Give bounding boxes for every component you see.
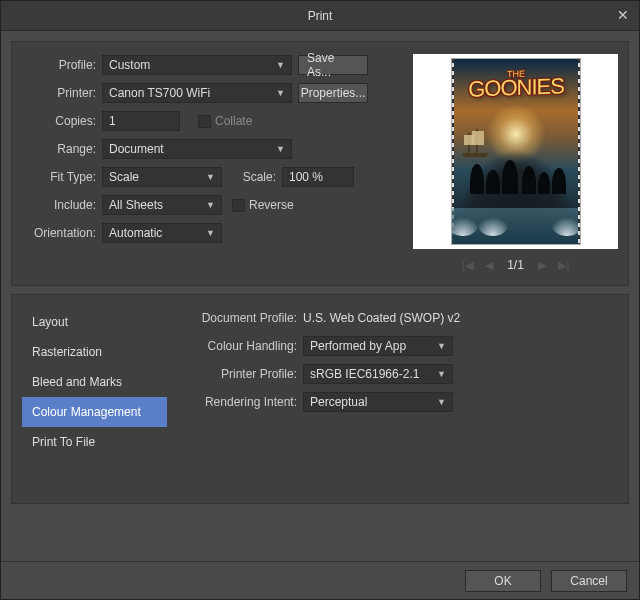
tab-colour-management[interactable]: Colour Management: [22, 397, 167, 427]
scale-input[interactable]: 100 %: [282, 167, 354, 187]
form-area: Profile: Custom ▼ Save As... Printer: Ca…: [22, 54, 403, 273]
save-as-button[interactable]: Save As...: [298, 55, 368, 75]
chevron-down-icon: ▼: [206, 200, 215, 210]
intent-value: Perceptual: [310, 395, 367, 409]
collate-label: Collate: [215, 114, 252, 128]
options-panel: Layout Rasterization Bleed and Marks Col…: [11, 294, 629, 504]
profile-select[interactable]: Custom ▼: [102, 55, 292, 75]
printer-value: Canon TS700 WiFi: [109, 86, 210, 100]
chevron-down-icon: ▼: [276, 88, 285, 98]
chevron-down-icon: ▼: [276, 144, 285, 154]
reverse-checkbox[interactable]: [232, 199, 245, 212]
preview-canvas: THEGOONIES: [413, 54, 618, 249]
preview-page: THEGOONIES: [452, 59, 580, 244]
orient-label: Orientation:: [22, 226, 102, 240]
tab-content-colour: Document Profile: U.S. Web Coated (SWOP)…: [177, 307, 618, 491]
fit-value: Scale: [109, 170, 139, 184]
properties-button[interactable]: Properties...: [298, 83, 368, 103]
intent-select[interactable]: Perceptual ▼: [303, 392, 453, 412]
pprofile-label: Printer Profile:: [185, 367, 303, 381]
printer-label: Printer:: [22, 86, 102, 100]
docprofile-value: U.S. Web Coated (SWOP) v2: [303, 311, 460, 325]
handling-value: Performed by App: [310, 339, 406, 353]
tab-rasterization[interactable]: Rasterization: [22, 337, 167, 367]
ok-button[interactable]: OK: [465, 570, 541, 592]
copies-label: Copies:: [22, 114, 102, 128]
printer-select[interactable]: Canon TS700 WiFi ▼: [102, 83, 292, 103]
dialog-content: Profile: Custom ▼ Save As... Printer: Ca…: [1, 31, 639, 561]
page-navigator: |◀ ◀ 1/1 ▶ ▶|: [459, 257, 572, 273]
intent-label: Rendering Intent:: [185, 395, 303, 409]
window-title: Print: [308, 9, 333, 23]
fit-label: Fit Type:: [22, 170, 102, 184]
prev-page-icon[interactable]: ◀: [481, 257, 497, 273]
include-select[interactable]: All Sheets ▼: [102, 195, 222, 215]
page-indicator: 1/1: [507, 258, 524, 272]
print-settings-panel: Profile: Custom ▼ Save As... Printer: Ca…: [11, 41, 629, 286]
handling-label: Colour Handling:: [185, 339, 303, 353]
first-page-icon[interactable]: |◀: [459, 257, 475, 273]
range-select[interactable]: Document ▼: [102, 139, 292, 159]
pprofile-value: sRGB IEC61966-2.1: [310, 367, 419, 381]
orient-select[interactable]: Automatic ▼: [102, 223, 222, 243]
last-page-icon[interactable]: ▶|: [556, 257, 572, 273]
include-label: Include:: [22, 198, 102, 212]
chevron-down-icon: ▼: [437, 369, 446, 379]
chevron-down-icon: ▼: [206, 172, 215, 182]
scale-label: Scale:: [222, 170, 282, 184]
cancel-button[interactable]: Cancel: [551, 570, 627, 592]
chevron-down-icon: ▼: [276, 60, 285, 70]
collate-checkbox[interactable]: [198, 115, 211, 128]
close-icon[interactable]: ✕: [615, 7, 631, 23]
tab-layout[interactable]: Layout: [22, 307, 167, 337]
handling-select[interactable]: Performed by App ▼: [303, 336, 453, 356]
preview-area: THEGOONIES |◀ ◀ 1/1 ▶ ▶|: [413, 54, 618, 273]
range-label: Range:: [22, 142, 102, 156]
tab-print-to-file[interactable]: Print To File: [22, 427, 167, 457]
chevron-down-icon: ▼: [206, 228, 215, 238]
tab-bleed-marks[interactable]: Bleed and Marks: [22, 367, 167, 397]
range-value: Document: [109, 142, 164, 156]
profile-label: Profile:: [22, 58, 102, 72]
chevron-down-icon: ▼: [437, 341, 446, 351]
fit-select[interactable]: Scale ▼: [102, 167, 222, 187]
print-dialog: Print ✕ Profile: Custom ▼ Save As... Pri…: [0, 0, 640, 600]
options-tabs: Layout Rasterization Bleed and Marks Col…: [22, 307, 167, 491]
copies-input[interactable]: 1: [102, 111, 180, 131]
dialog-footer: OK Cancel: [1, 561, 639, 599]
docprofile-label: Document Profile:: [185, 311, 303, 325]
include-value: All Sheets: [109, 198, 163, 212]
next-page-icon[interactable]: ▶: [534, 257, 550, 273]
titlebar: Print ✕: [1, 1, 639, 31]
chevron-down-icon: ▼: [437, 397, 446, 407]
profile-value: Custom: [109, 58, 150, 72]
orient-value: Automatic: [109, 226, 162, 240]
reverse-label: Reverse: [249, 198, 294, 212]
pprofile-select[interactable]: sRGB IEC61966-2.1 ▼: [303, 364, 453, 384]
